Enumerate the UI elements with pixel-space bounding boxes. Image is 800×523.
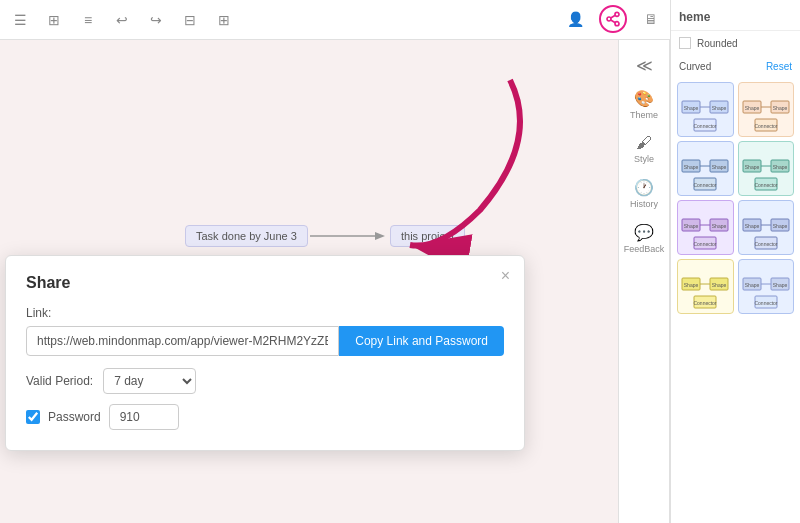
style-icon-item[interactable]: 🖌 Style <box>622 128 666 170</box>
connector-card-1[interactable]: Shape Shape Connector <box>677 82 734 137</box>
svg-line-3 <box>611 20 616 23</box>
collapse-panel-button[interactable]: ≪ <box>622 50 666 81</box>
dialog-close-button[interactable]: × <box>501 268 510 284</box>
style-label: Style <box>634 154 654 164</box>
svg-text:Shape: Shape <box>712 223 727 229</box>
history-icon-item[interactable]: 🕐 History <box>622 172 666 215</box>
valid-period-select[interactable]: 7 day 1 day 30 day Permanent <box>103 368 196 394</box>
toolbar-menu-icon[interactable]: ☰ <box>10 10 30 30</box>
task-node-1: Task done by June 3 <box>185 225 308 247</box>
task-node-2: this project <box>390 225 465 247</box>
reset-label[interactable]: Reset <box>766 61 792 72</box>
connector-card-6[interactable]: Shape Shape Connector <box>738 200 795 255</box>
svg-text:Connector: Connector <box>754 182 777 188</box>
toolbar-connect-icon[interactable]: ⊞ <box>214 10 234 30</box>
history-label: History <box>630 199 658 209</box>
panel-header: heme <box>671 0 800 31</box>
connector-card-4[interactable]: Shape Shape Connector <box>738 141 795 196</box>
dialog-title: Share <box>26 274 504 292</box>
svg-line-4 <box>611 15 616 18</box>
password-checkbox[interactable] <box>26 410 40 424</box>
link-row: Copy Link and Password <box>26 326 504 356</box>
connector-card-7[interactable]: Shape Shape Connector <box>677 259 734 314</box>
svg-text:Connector: Connector <box>694 300 717 306</box>
top-right-actions: 👤 🖥 <box>561 5 665 33</box>
svg-text:Connector: Connector <box>754 241 777 247</box>
password-input[interactable] <box>109 404 179 430</box>
link-input[interactable] <box>26 326 339 356</box>
svg-text:Connector: Connector <box>694 182 717 188</box>
feedback-label: FeedBack <box>624 244 665 254</box>
svg-text:Connector: Connector <box>694 123 717 129</box>
share-icon[interactable] <box>599 5 627 33</box>
svg-text:Shape: Shape <box>773 223 788 229</box>
svg-text:Shape: Shape <box>745 164 760 170</box>
right-theme-panel: heme Rounded Curved Reset Shape Shape Co… <box>670 0 800 523</box>
theme-label: Theme <box>630 110 658 120</box>
toolbar-list-icon[interactable]: ≡ <box>78 10 98 30</box>
svg-text:Shape: Shape <box>684 223 699 229</box>
svg-text:Shape: Shape <box>773 282 788 288</box>
svg-point-1 <box>607 17 611 21</box>
svg-text:Shape: Shape <box>712 105 727 111</box>
svg-point-0 <box>615 12 619 16</box>
user-avatar-icon[interactable]: 👤 <box>561 5 589 33</box>
theme-icon-item[interactable]: 🎨 Theme <box>622 83 666 126</box>
share-dialog: Share × Link: Copy Link and Password Val… <box>5 255 525 451</box>
connector-card-8[interactable]: Shape Shape Connector <box>738 259 795 314</box>
svg-text:Shape: Shape <box>773 164 788 170</box>
svg-text:Connector: Connector <box>694 241 717 247</box>
connector-cards-grid: Shape Shape Connector Shape Shape Connec… <box>671 78 800 318</box>
screen-icon[interactable]: 🖥 <box>637 5 665 33</box>
svg-text:Connector: Connector <box>754 123 777 129</box>
feedback-icon-item[interactable]: 💬 FeedBack <box>622 217 666 260</box>
toolbar-shape-icon[interactable]: ⊟ <box>180 10 200 30</box>
svg-text:Shape: Shape <box>773 105 788 111</box>
curved-row: Curved Reset <box>671 55 800 78</box>
svg-text:Shape: Shape <box>712 282 727 288</box>
svg-text:Shape: Shape <box>712 164 727 170</box>
svg-text:Shape: Shape <box>684 282 699 288</box>
svg-text:Connector: Connector <box>754 300 777 306</box>
svg-marker-6 <box>375 232 385 240</box>
smooth-checkbox[interactable] <box>679 37 691 49</box>
toolbar-undo-icon[interactable]: ↩ <box>112 10 132 30</box>
svg-text:Shape: Shape <box>684 164 699 170</box>
valid-period-row: Valid Period: 7 day 1 day 30 day Permane… <box>26 368 504 394</box>
node-connector-arrow <box>310 228 390 244</box>
svg-point-2 <box>615 22 619 26</box>
link-field-label: Link: <box>26 306 504 320</box>
svg-text:Shape: Shape <box>684 105 699 111</box>
svg-text:Shape: Shape <box>745 282 760 288</box>
panel-options-row: Rounded <box>671 31 800 55</box>
connector-card-5[interactable]: Shape Shape Connector <box>677 200 734 255</box>
svg-text:Shape: Shape <box>745 105 760 111</box>
valid-period-label: Valid Period: <box>26 374 93 388</box>
password-row: Password <box>26 404 504 430</box>
toolbar-grid-icon[interactable]: ⊞ <box>44 10 64 30</box>
rounded-label: Rounded <box>697 38 738 49</box>
password-label: Password <box>48 410 101 424</box>
svg-text:Shape: Shape <box>745 223 760 229</box>
connector-card-3[interactable]: Shape Shape Connector <box>677 141 734 196</box>
curved-label: Curved <box>679 61 711 72</box>
copy-link-password-button[interactable]: Copy Link and Password <box>339 326 504 356</box>
toolbar-redo-icon[interactable]: ↪ <box>146 10 166 30</box>
side-icon-panel: ≪ 🎨 Theme 🖌 Style 🕐 History 💬 FeedBack <box>618 40 670 523</box>
connector-card-2[interactable]: Shape Shape Connector <box>738 82 795 137</box>
